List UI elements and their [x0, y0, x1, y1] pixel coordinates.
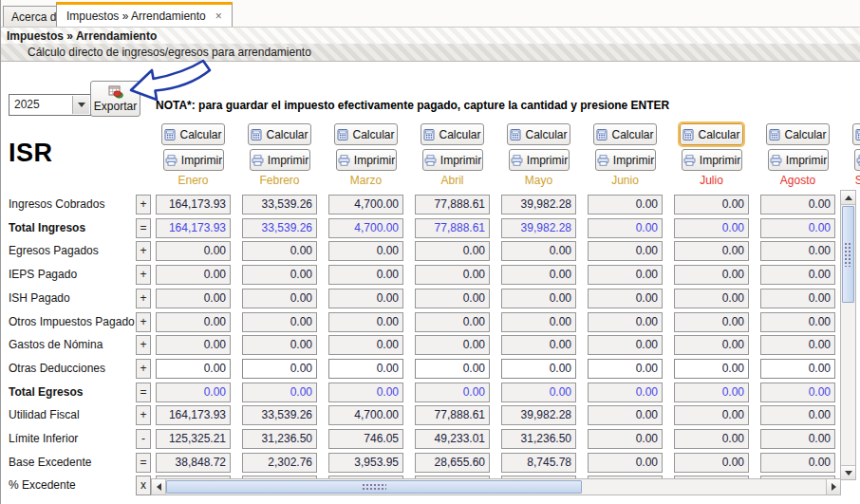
- value-cell-6-5: 0.00: [588, 335, 663, 355]
- printer-icon: [683, 155, 696, 166]
- imprimir-button-febrero[interactable]: Imprimir: [250, 149, 310, 171]
- printer-icon: [597, 155, 609, 166]
- calculator-icon: [251, 129, 262, 140]
- calcular-button-junio[interactable]: Calcular: [593, 123, 657, 145]
- imprimir-label: Imprimir: [181, 154, 222, 167]
- tab-impuestos-arrendamiento[interactable]: Impuestos » Arrendamiento ×: [56, 2, 233, 27]
- year-select[interactable]: 2025: [9, 94, 91, 116]
- value-cell-11-1: 2,302.76: [242, 453, 317, 473]
- row-label: Base Excedente: [9, 453, 136, 473]
- imprimir-label: Imprimir: [527, 154, 568, 167]
- value-cell-7-1[interactable]: 0.00: [242, 359, 317, 379]
- value-cell-3-3: 0.00: [415, 265, 490, 285]
- value-cell-8-3: 0.00: [415, 383, 490, 402]
- row-label: Total Ingresos: [9, 218, 136, 238]
- imprimir-button-mayo[interactable]: Imprimir: [509, 149, 570, 171]
- vertical-scroll-thumb[interactable]: [842, 206, 854, 303]
- value-cell-3-5: 0.00: [588, 265, 663, 285]
- value-cell-2-0: 0.00: [156, 241, 231, 261]
- imprimir-label: Imprimir: [786, 154, 827, 167]
- value-cell-8-1: 0.00: [242, 383, 317, 402]
- value-cell-2-5: 0.00: [588, 241, 663, 261]
- value-cell-7-7[interactable]: 0.00: [760, 359, 835, 379]
- operator-box: +: [136, 241, 151, 261]
- value-cell-3-6: 0.00: [674, 265, 749, 285]
- value-cell-1-2: 4,700.00: [328, 218, 403, 238]
- value-cell-0-1: 33,539.26: [242, 195, 317, 215]
- value-cell-8-6: 0.00: [674, 383, 749, 402]
- value-cell-3-2: 0.00: [328, 265, 403, 285]
- imprimir-button-enero[interactable]: Imprimir: [163, 149, 224, 171]
- triangle-right-icon: [832, 483, 836, 491]
- value-cell-5-4: 0.00: [501, 312, 576, 332]
- value-cell-7-2[interactable]: 0.00: [328, 359, 403, 379]
- value-cell-4-2: 0.00: [328, 289, 403, 308]
- value-cell-1-0: 164,173.93: [156, 218, 231, 238]
- scroll-right-button[interactable]: [826, 479, 840, 495]
- calcular-button-julio[interactable]: Calcular: [680, 123, 743, 145]
- value-cell-4-5: 0.00: [588, 289, 663, 308]
- value-cell-3-4: 0.00: [501, 265, 576, 285]
- value-cell-3-1: 0.00: [242, 265, 317, 285]
- value-cell-9-2: 4,700.00: [328, 405, 403, 425]
- calcular-label: Calcular: [525, 128, 567, 141]
- value-cell-5-2: 0.00: [328, 312, 403, 332]
- value-cell-7-5[interactable]: 0.00: [588, 359, 663, 379]
- chevron-down-icon[interactable]: [72, 96, 89, 114]
- calcular-label: Calcular: [784, 128, 826, 141]
- value-cell-5-0: 0.00: [156, 312, 231, 332]
- scroll-up-button[interactable]: [841, 191, 855, 205]
- value-cell-10-1: 31,236.50: [242, 429, 317, 449]
- calcular-label: Calcular: [439, 128, 480, 141]
- imprimir-label: Imprimir: [268, 154, 308, 167]
- imprimir-label: Imprimir: [700, 154, 740, 167]
- triangle-down-icon: [845, 471, 852, 476]
- imprimir-button-septiembre[interactable]: Imprimir: [854, 149, 860, 171]
- scroll-left-button[interactable]: [152, 479, 166, 495]
- operator-box: x: [136, 476, 151, 495]
- value-cell-1-7: 0.00: [760, 218, 835, 238]
- value-cell-9-0: 164,173.93: [156, 405, 231, 425]
- value-cell-2-6: 0.00: [674, 241, 749, 261]
- operator-box: =: [136, 218, 151, 238]
- value-cell-8-5: 0.00: [588, 383, 663, 402]
- imprimir-button-marzo[interactable]: Imprimir: [336, 149, 397, 171]
- value-cell-1-5: 0.00: [588, 218, 663, 238]
- value-cell-11-7: 0.00: [760, 453, 835, 473]
- export-button[interactable]: Exportar: [90, 81, 140, 117]
- calculator-icon: [510, 129, 521, 140]
- printer-icon: [252, 155, 264, 166]
- calcular-button-mayo[interactable]: Calcular: [507, 123, 570, 145]
- operator-box: +: [136, 312, 151, 332]
- calcular-button-febrero[interactable]: Calcular: [248, 123, 311, 145]
- calcular-button-marzo[interactable]: Calcular: [334, 123, 398, 145]
- value-cell-7-0[interactable]: 0.00: [156, 359, 231, 379]
- tab-label: Acerca de: [11, 10, 63, 24]
- close-icon[interactable]: ×: [215, 9, 222, 23]
- value-cell-4-7: 0.00: [760, 289, 835, 308]
- horizontal-scroll-thumb[interactable]: [166, 480, 582, 494]
- value-cell-7-6[interactable]: 0.00: [674, 359, 749, 379]
- operator-box: +: [136, 359, 151, 379]
- value-cell-4-4: 0.00: [501, 289, 576, 308]
- value-cell-7-3[interactable]: 0.00: [415, 359, 490, 379]
- export-excel-icon: [108, 85, 123, 99]
- value-cell-11-4: 8,745.78: [501, 453, 576, 473]
- imprimir-button-julio[interactable]: Imprimir: [682, 149, 742, 171]
- operator-box: =: [136, 453, 151, 473]
- value-cell-9-7: 0.00: [760, 405, 835, 425]
- calcular-button-agosto[interactable]: Calcular: [766, 123, 830, 145]
- calcular-button-enero[interactable]: Calcular: [161, 123, 225, 145]
- value-cell-3-7: 0.00: [760, 265, 835, 285]
- value-cell-5-6: 0.00: [674, 312, 749, 332]
- value-cell-4-1: 0.00: [242, 289, 317, 308]
- value-cell-6-3: 0.00: [415, 335, 490, 355]
- calcular-button-abril[interactable]: Calcular: [421, 123, 484, 145]
- value-cell-0-5: 0.00: [588, 195, 663, 215]
- imprimir-button-abril[interactable]: Imprimir: [422, 149, 483, 171]
- imprimir-button-agosto[interactable]: Imprimir: [768, 149, 829, 171]
- calcular-button-septiembre[interactable]: Calcular: [852, 123, 860, 145]
- scroll-down-button[interactable]: [841, 465, 855, 479]
- imprimir-button-junio[interactable]: Imprimir: [595, 149, 656, 171]
- value-cell-7-4[interactable]: 0.00: [501, 359, 576, 379]
